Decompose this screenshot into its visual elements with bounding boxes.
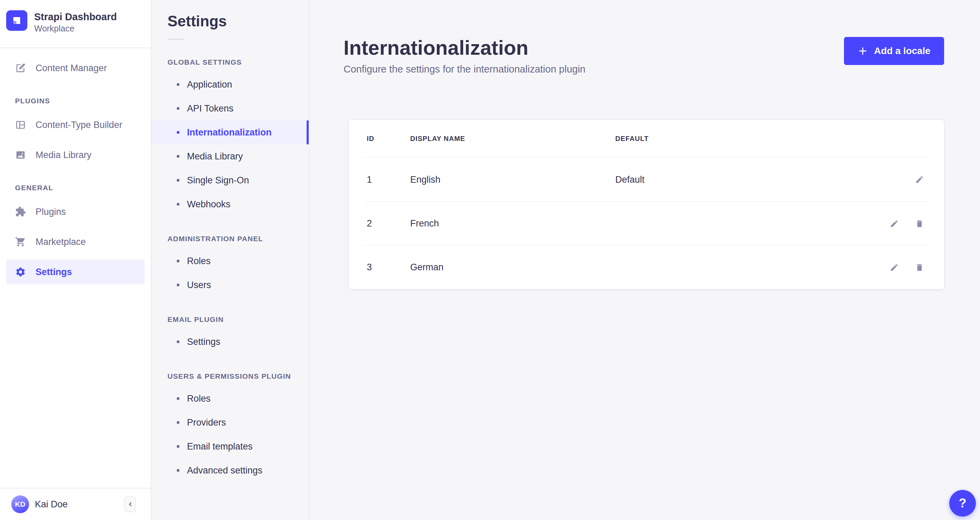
subnav-item-label: Email templates	[187, 441, 253, 452]
bullet-icon	[177, 421, 180, 424]
subnav-section-administration-panel: ADMINISTRATION PANEL	[151, 234, 309, 243]
subnav-item-label: Roles	[187, 256, 210, 266]
subnav-item-email-settings[interactable]: Settings	[151, 330, 309, 354]
pencil-icon	[915, 175, 924, 184]
cell-display-name: French	[410, 218, 615, 229]
subnav-item-media-library[interactable]: Media Library	[151, 144, 309, 168]
sidebar-item-label: Content-Type Builder	[35, 120, 123, 130]
edit-locale-button[interactable]	[890, 219, 899, 228]
subnav-item-up-advanced-settings[interactable]: Advanced settings	[151, 458, 309, 482]
trash-icon	[915, 263, 924, 272]
help-button[interactable]: ?	[949, 490, 976, 517]
cell-id: 1	[367, 174, 410, 185]
pencil-icon	[890, 263, 899, 272]
sidebar-footer: KD Kai Doe	[0, 488, 151, 520]
edit-locale-button[interactable]	[890, 263, 899, 272]
brand[interactable]: Strapi Dashboard Workplace	[0, 0, 151, 34]
bullet-icon	[177, 155, 180, 158]
table-row[interactable]: 3 German	[364, 245, 929, 289]
subnav-item-admin-users[interactable]: Users	[151, 273, 309, 297]
subnav-item-api-tokens[interactable]: API Tokens	[151, 96, 309, 120]
subnav-item-up-roles[interactable]: Roles	[151, 387, 309, 410]
bullet-icon	[177, 445, 180, 448]
cell-default: Default	[615, 174, 915, 185]
col-header-default: DEFAULT	[615, 135, 929, 143]
table-row[interactable]: 1 English Default	[364, 158, 929, 201]
subnav-item-label: Webhooks	[187, 199, 231, 210]
main-sidebar: Strapi Dashboard Workplace Content Manag…	[0, 0, 151, 520]
brand-name: Strapi Dashboard	[34, 11, 117, 23]
sidebar-section-plugins: PLUGINS	[0, 97, 151, 105]
bullet-icon	[177, 260, 180, 262]
sidebar-item-label: Settings	[35, 267, 72, 278]
add-locale-button[interactable]: Add a locale	[844, 37, 944, 65]
cell-display-name: German	[410, 262, 615, 273]
bullet-icon	[177, 397, 180, 400]
chevron-left-icon	[127, 501, 134, 508]
delete-locale-button[interactable]	[915, 263, 924, 272]
subnav-item-internationalization[interactable]: Internationalization	[151, 120, 309, 144]
sidebar-nav: Content Manager PLUGINS Content-Type Bui…	[0, 48, 151, 287]
bullet-icon	[177, 469, 180, 472]
sidebar-item-marketplace[interactable]: Marketplace	[6, 230, 145, 254]
puzzle-icon	[15, 206, 26, 217]
subnav-title: Settings	[151, 0, 309, 30]
subnav-section-email-plugin: EMAIL PLUGIN	[151, 316, 309, 324]
table-header-row: ID DISPLAY NAME DEFAULT	[364, 120, 929, 158]
sidebar-item-content-manager[interactable]: Content Manager	[6, 56, 145, 80]
avatar[interactable]: KD	[11, 495, 29, 513]
cell-id: 2	[367, 218, 410, 229]
plus-icon	[858, 46, 868, 56]
cart-icon	[15, 236, 26, 247]
sidebar-item-content-type-builder[interactable]: Content-Type Builder	[6, 113, 145, 137]
cell-id: 3	[367, 262, 410, 273]
col-header-display-name: DISPLAY NAME	[410, 135, 615, 143]
sidebar-item-label: Plugins	[35, 207, 66, 217]
content-manager-icon	[15, 62, 26, 73]
subnav-item-label: Users	[187, 280, 211, 290]
subnav-item-label: Advanced settings	[187, 465, 262, 476]
locales-table-card: ID DISPLAY NAME DEFAULT 1 English Defaul…	[348, 120, 944, 289]
brand-workspace: Workplace	[34, 23, 117, 34]
bullet-icon	[177, 284, 180, 286]
add-locale-label: Add a locale	[874, 46, 931, 56]
sidebar-item-plugins[interactable]: Plugins	[6, 199, 145, 224]
subnav-item-label: Media Library	[187, 151, 243, 162]
subnav-item-label: Single Sign-On	[187, 175, 249, 186]
subnav-item-label: Application	[187, 79, 232, 90]
sidebar-item-label: Marketplace	[35, 237, 86, 247]
bullet-icon	[177, 179, 180, 182]
delete-locale-button[interactable]	[915, 219, 924, 228]
media-library-icon	[15, 150, 26, 160]
bullet-icon	[177, 203, 180, 206]
col-header-id: ID	[367, 135, 410, 143]
subnav-item-up-email-templates[interactable]: Email templates	[151, 434, 309, 458]
subnav-section-users-permissions-plugin: USERS & PERMISSIONS PLUGIN	[151, 372, 309, 380]
collapse-sidebar-button[interactable]	[124, 496, 136, 512]
settings-subnav: Settings GLOBAL SETTINGS Application API…	[151, 0, 309, 520]
page-subtitle: Configure the settings for the internati…	[344, 64, 585, 75]
user-name: Kai Doe	[35, 499, 68, 510]
subnav-item-up-providers[interactable]: Providers	[151, 410, 309, 434]
sidebar-section-general: GENERAL	[0, 184, 151, 192]
main-content: Internationalization Configure the setti…	[309, 0, 980, 520]
subnav-item-admin-roles[interactable]: Roles	[151, 249, 309, 273]
trash-icon	[915, 219, 924, 228]
page-title: Internationalization	[344, 37, 585, 59]
edit-locale-button[interactable]	[915, 175, 924, 184]
subnav-item-single-sign-on[interactable]: Single Sign-On	[151, 168, 309, 192]
subnav-item-label: API Tokens	[187, 103, 234, 114]
cell-display-name: English	[410, 174, 615, 185]
subnav-item-application[interactable]: Application	[151, 73, 309, 96]
sidebar-item-label: Media Library	[35, 150, 92, 160]
page-header: Internationalization Configure the setti…	[309, 0, 980, 75]
sidebar-item-media-library[interactable]: Media Library	[6, 143, 145, 167]
pencil-icon	[890, 219, 899, 228]
table-row[interactable]: 2 French	[364, 201, 929, 245]
subnav-section-global-settings: GLOBAL SETTINGS	[151, 58, 309, 66]
subnav-item-label: Providers	[187, 417, 226, 428]
bullet-icon	[177, 83, 180, 86]
subnav-item-webhooks[interactable]: Webhooks	[151, 192, 309, 216]
sidebar-item-settings[interactable]: Settings	[6, 260, 145, 284]
subnav-item-label: Roles	[187, 393, 210, 404]
